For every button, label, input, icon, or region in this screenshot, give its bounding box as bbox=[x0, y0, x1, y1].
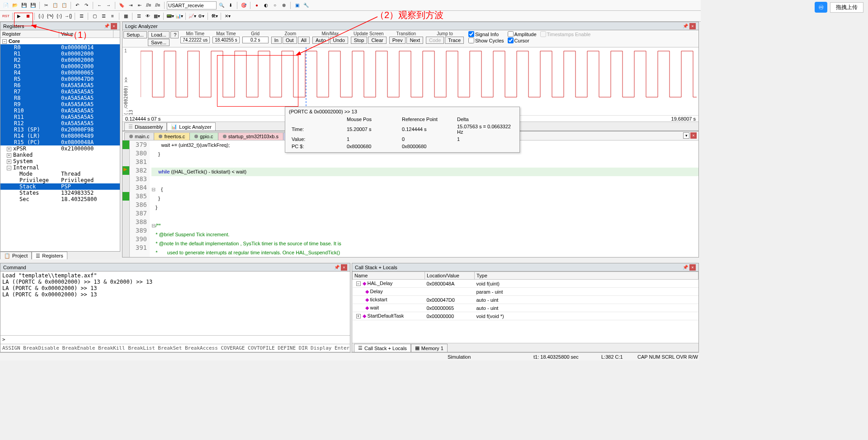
reset-icon[interactable]: RST bbox=[2, 12, 10, 20]
callstack-row[interactable]: +◆ StartDefaultTask0x00000000void f(void… bbox=[353, 312, 698, 320]
paste-icon[interactable]: 📋 bbox=[60, 1, 68, 9]
file-tab[interactable]: main.c bbox=[124, 132, 154, 140]
command-output[interactable]: Load "template\\template.axf" LA ((PORTC… bbox=[0, 271, 350, 335]
window-icon[interactable]: ▣ bbox=[293, 1, 301, 9]
fwd-icon[interactable]: → bbox=[104, 1, 113, 9]
register-group[interactable]: +xPSR0x21000000 bbox=[0, 145, 120, 152]
show-disasm-icon[interactable]: ☰ bbox=[77, 12, 85, 20]
tab-callstack[interactable]: ☰ Call Stack + Locals bbox=[354, 344, 411, 352]
step-out-icon[interactable]: {↑} bbox=[55, 12, 63, 20]
step-over-icon[interactable]: {↷} bbox=[46, 12, 54, 20]
callstack-window-icon[interactable]: ☰ bbox=[135, 12, 143, 20]
callstack-row[interactable]: ◆ wait0x00000065auto - uint bbox=[353, 304, 698, 312]
la-jump-code[interactable]: Code bbox=[426, 37, 444, 44]
register-row[interactable]: R90xA5A5A5A5 bbox=[0, 101, 120, 108]
la-zoom-all[interactable]: All bbox=[298, 37, 310, 44]
register-group[interactable]: +System bbox=[0, 158, 120, 164]
upload-button[interactable]: 拖拽上传 bbox=[830, 2, 863, 13]
register-group[interactable]: −Internal bbox=[0, 164, 120, 171]
symbol-window-icon[interactable]: ≡ bbox=[108, 12, 117, 20]
la-stop-button[interactable]: Stop bbox=[351, 37, 368, 44]
open-icon[interactable]: 📂 bbox=[11, 1, 19, 9]
close-icon[interactable]: × bbox=[689, 23, 696, 29]
command-input[interactable] bbox=[7, 336, 350, 344]
register-row[interactable]: R100xA5A5A5A5 bbox=[0, 108, 120, 114]
la-signal-info-check[interactable]: Signal Info bbox=[468, 31, 504, 37]
pin-icon[interactable]: 📌 bbox=[334, 264, 340, 271]
register-group[interactable]: +Banked bbox=[0, 152, 120, 158]
close-icon[interactable]: × bbox=[690, 132, 697, 139]
la-amplitude-check[interactable]: Amplitude bbox=[508, 31, 537, 37]
save-icon[interactable]: 💾 bbox=[20, 1, 28, 9]
registers-body[interactable]: −CoreR00x00000014R10x00002000R20x0000200… bbox=[0, 38, 120, 255]
bp-kill-icon[interactable]: ⊗ bbox=[280, 1, 288, 9]
pin-icon[interactable]: 📌 bbox=[682, 264, 689, 271]
la-clear-button[interactable]: Clear bbox=[368, 37, 386, 44]
la-next-button[interactable]: Next bbox=[406, 37, 423, 44]
pin-icon[interactable]: 📌 bbox=[104, 23, 110, 29]
stop-icon[interactable]: ⏹ bbox=[24, 12, 32, 20]
la-zoom-in[interactable]: In bbox=[271, 37, 282, 44]
la-cursor-check[interactable]: Cursor bbox=[508, 37, 537, 43]
register-row[interactable]: Sec18.40325800 bbox=[0, 196, 120, 202]
register-row[interactable]: R70xA5A5A5A5 bbox=[0, 89, 120, 95]
saveall-icon[interactable]: 💾 bbox=[29, 1, 37, 9]
run-to-cursor-icon[interactable]: →{} bbox=[64, 12, 72, 20]
callstack-row[interactable]: ◆ tickstart0x000047D0auto - uint bbox=[353, 296, 698, 304]
register-row[interactable]: R00x00000014 bbox=[0, 44, 120, 51]
watch-window-icon[interactable]: 👁 bbox=[144, 12, 152, 20]
register-row[interactable]: PrivilegePrivileged bbox=[0, 177, 120, 183]
tab-registers[interactable]: ☰ Registers bbox=[32, 252, 67, 259]
system-viewer-icon[interactable]: ⚙▾ bbox=[197, 12, 205, 20]
file-tab[interactable]: startup_stm32f103xb.s bbox=[218, 132, 283, 140]
bp-insert-icon[interactable]: ● bbox=[253, 1, 261, 9]
bookmark-icon[interactable]: 🔖 bbox=[118, 1, 126, 9]
la-setup-button[interactable]: Setup... bbox=[123, 31, 147, 38]
subtab-disassembly[interactable]: ☰ Disassembly bbox=[124, 122, 167, 131]
la-load-button[interactable]: Load... bbox=[148, 31, 170, 38]
la-jump-trace[interactable]: Trace bbox=[445, 37, 464, 44]
uncomment-icon[interactable]: //≡ bbox=[154, 1, 162, 9]
serial-window-icon[interactable]: 📟▾ bbox=[166, 12, 174, 20]
callstack-table[interactable]: Name Location/Value Type −◆ HAL_Delay0x0… bbox=[352, 271, 698, 320]
cmd-window-icon[interactable]: ▢ bbox=[90, 12, 99, 20]
outdent-icon[interactable]: ⇤ bbox=[136, 1, 144, 9]
find-next-icon[interactable]: ⬇ bbox=[226, 1, 235, 9]
copy-icon[interactable]: 📋 bbox=[51, 1, 59, 9]
la-prev-button[interactable]: Prev bbox=[389, 37, 406, 44]
register-row[interactable]: R14 (LR)0x08000489 bbox=[0, 133, 120, 139]
close-icon[interactable]: × bbox=[689, 264, 696, 271]
disasm-window-icon[interactable]: ☰ bbox=[99, 12, 108, 20]
close-icon[interactable]: × bbox=[341, 264, 347, 271]
find-icon[interactable]: 🔍 bbox=[217, 1, 226, 9]
code-body[interactable]: 379 380 381 382 383 384 385 386 387 388 … bbox=[123, 140, 698, 257]
bp-toggle-icon[interactable]: ◐ bbox=[262, 1, 270, 9]
config-icon[interactable]: 🔧 bbox=[302, 1, 310, 9]
register-row[interactable]: R40x00000065 bbox=[0, 70, 120, 76]
debug-settings-icon[interactable]: ✕▾ bbox=[223, 12, 231, 20]
code-text[interactable]: wait += (uint32_t)(uwTickFreq); } while … bbox=[150, 140, 698, 257]
back-icon[interactable]: ← bbox=[95, 1, 104, 9]
close-icon[interactable]: × bbox=[111, 23, 117, 29]
la-undo-button[interactable]: Undo bbox=[330, 37, 348, 44]
tab-memory[interactable]: ▦ Memory 1 bbox=[411, 344, 448, 352]
registers-window-icon[interactable]: ▦ bbox=[122, 12, 130, 20]
register-row[interactable]: R120xA5A5A5A5 bbox=[0, 120, 120, 126]
la-show-cycles-check[interactable]: Show Cycles bbox=[468, 37, 504, 43]
find-combo[interactable] bbox=[167, 1, 217, 9]
file-tab[interactable]: freertos.c bbox=[154, 132, 190, 140]
register-row[interactable]: R15 (PC)0x0800048A bbox=[0, 139, 120, 145]
trace-window-icon[interactable]: 📈▾ bbox=[188, 12, 196, 20]
register-row[interactable]: R30x00002000 bbox=[0, 63, 120, 70]
file-tab[interactable]: gpio.c bbox=[189, 132, 218, 140]
register-row[interactable]: R13 (SP)0x20000F98 bbox=[0, 126, 120, 133]
new-icon[interactable]: 📄 bbox=[2, 1, 10, 9]
tab-project[interactable]: 📋 Project bbox=[0, 252, 32, 259]
la-auto-button[interactable]: Auto bbox=[312, 37, 329, 44]
callstack-row[interactable]: −◆ HAL_Delay0x0800048Avoid f(uint) bbox=[353, 280, 698, 288]
register-row[interactable]: R60xA5A5A5A5 bbox=[0, 82, 120, 89]
la-waveform[interactable]: 1 0 (...002000) >> 13 bbox=[123, 47, 698, 115]
register-row[interactable]: StackPSP bbox=[0, 183, 120, 190]
register-row[interactable]: R110xA5A5A5A5 bbox=[0, 114, 120, 120]
register-row[interactable]: R20x00002000 bbox=[0, 57, 120, 63]
